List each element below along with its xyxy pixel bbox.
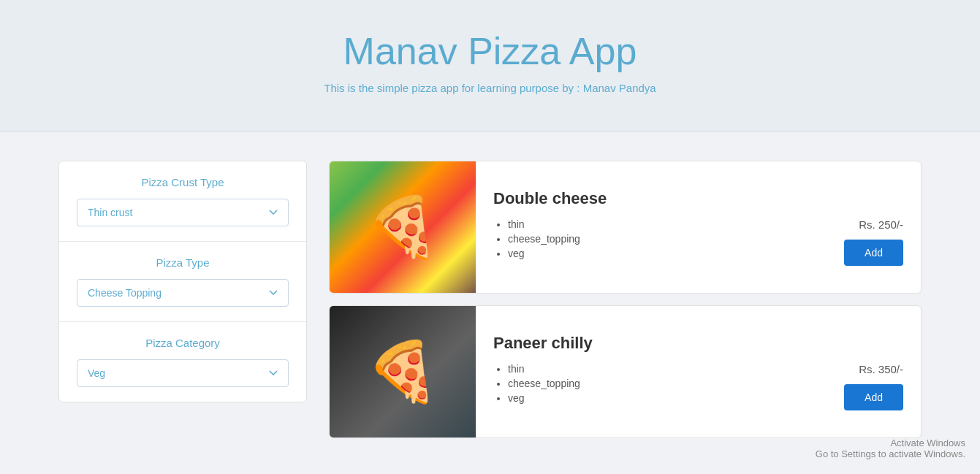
pizza-tags-double-cheese: thin cheese_topping veg (493, 218, 580, 262)
category-filter-section: Pizza Category Veg Non-Veg (59, 322, 306, 402)
pizza-price-action-double: Rs. 250/- Add (844, 218, 903, 266)
category-filter-label: Pizza Category (77, 337, 289, 349)
pizza-name-double-cheese: Double cheese (493, 189, 903, 208)
pizza-tag-thin-1: thin (508, 218, 580, 230)
subtitle-prefix: This is the simple pizza app for learnin… (324, 82, 582, 94)
activate-windows-line2: Go to Settings to activate Windows. (816, 448, 965, 459)
filters-panel: Pizza Crust Type Thin crust Thick crust … (58, 161, 307, 402)
pizza-tag-thin-2: thin (508, 363, 580, 375)
type-filter-section: Pizza Type Cheese Topping Margherita Pep… (59, 242, 306, 322)
pizza-info-paneer-chilly: Paneer chilly thin cheese_topping veg Rs… (476, 306, 921, 437)
pizza-tag-veg-2: veg (508, 392, 580, 404)
crust-select[interactable]: Thin crust Thick crust Stuffed crust (77, 199, 289, 226)
pizza-list: Double cheese thin cheese_topping veg Rs… (329, 161, 922, 438)
activate-windows-notice: Activate Windows Go to Settings to activ… (816, 437, 965, 459)
add-button-double-cheese[interactable]: Add (844, 240, 903, 266)
pizza-card-double-cheese: Double cheese thin cheese_topping veg Rs… (329, 161, 922, 294)
pizza-tag-cheese-topping-1: cheese_topping (508, 233, 580, 245)
crust-filter-section: Pizza Crust Type Thin crust Thick crust … (59, 161, 306, 242)
pizza-card-paneer-chilly: Paneer chilly thin cheese_topping veg Rs… (329, 305, 922, 438)
pizza-info-double-cheese: Double cheese thin cheese_topping veg Rs… (476, 161, 921, 293)
activate-windows-line1: Activate Windows (816, 437, 965, 448)
add-button-paneer-chilly[interactable]: Add (844, 384, 903, 410)
pizza-img-placeholder-double (330, 161, 476, 293)
pizza-details-row-double: thin cheese_topping veg Rs. 250/- Add (493, 218, 903, 266)
type-filter-label: Pizza Type (77, 256, 289, 269)
pizza-image-paneer-chilly (330, 306, 476, 437)
pizza-img-placeholder-paneer (330, 306, 476, 437)
category-select[interactable]: Veg Non-Veg (77, 359, 289, 387)
pizza-price-paneer-chilly: Rs. 350/- (859, 363, 903, 375)
pizza-details-row-paneer: thin cheese_topping veg Rs. 350/- Add (493, 363, 903, 410)
pizza-name-paneer-chilly: Paneer chilly (493, 334, 903, 353)
app-subtitle: This is the simple pizza app for learnin… (15, 82, 965, 94)
app-header: Manav Pizza App This is the simple pizza… (0, 0, 980, 131)
pizza-price-action-paneer: Rs. 350/- Add (844, 363, 903, 410)
type-select[interactable]: Cheese Topping Margherita Pepperoni (77, 279, 289, 307)
pizza-tag-cheese-topping-2: cheese_topping (508, 378, 580, 389)
pizza-tag-veg-1: veg (508, 248, 580, 259)
subtitle-highlight: Manav Pandya (583, 82, 656, 94)
main-content: Pizza Crust Type Thin crust Thick crust … (0, 131, 980, 467)
app-title: Manav Pizza App (15, 29, 965, 73)
pizza-price-double-cheese: Rs. 250/- (859, 218, 903, 231)
pizza-tags-paneer-chilly: thin cheese_topping veg (493, 363, 580, 407)
crust-filter-label: Pizza Crust Type (77, 176, 289, 188)
pizza-image-double-cheese (330, 161, 476, 293)
